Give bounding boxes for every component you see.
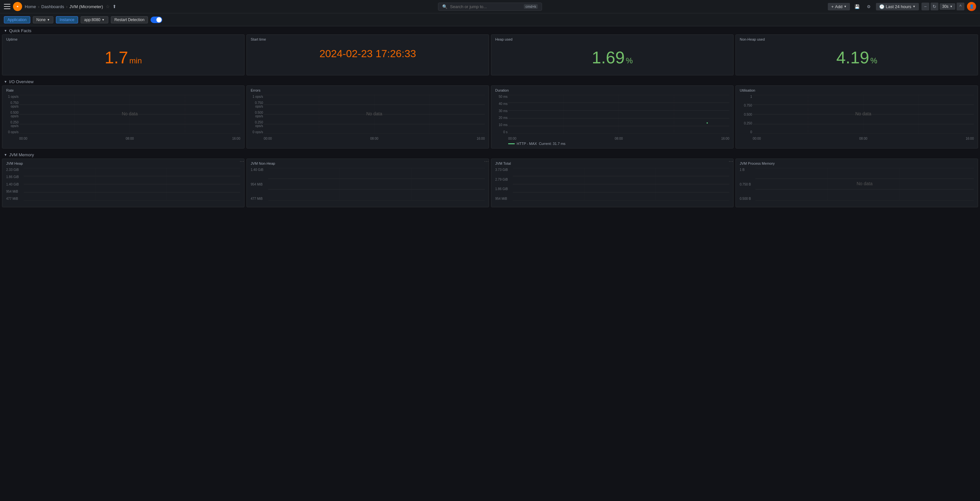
jvm-total-title: JVM Total — [495, 162, 729, 165]
utilisation-chart-grid: No data — [753, 95, 974, 134]
breadcrumb: Home › Dashboards › JVM (Micrometer) — [25, 4, 103, 9]
rate-no-data: No data — [122, 111, 138, 116]
io-overview-arrow: ▼ — [4, 80, 7, 84]
io-overview-grid: Rate 1 ops/s 0.750 ops/s 0.500 ops/s 0.2… — [0, 86, 980, 151]
refresh-rate-select[interactable]: 30s ▼ — [940, 3, 955, 10]
refresh-rate-label: 30s — [942, 4, 948, 9]
heap-used-number: 1.69 — [592, 48, 625, 67]
save-icon[interactable]: 💾 — [853, 2, 862, 11]
start-time-text: 2024-02-23 17:26:33 — [319, 48, 416, 59]
svg-point-26 — [706, 122, 708, 124]
duration-legend-current: Current: 31.7 ms — [539, 142, 565, 146]
add-label: Add — [835, 4, 842, 9]
utilisation-x-labels: 00:00 08:00 16:00 — [753, 137, 974, 140]
add-button[interactable]: + Add ▼ — [828, 3, 850, 10]
errors-chart-grid: No data — [264, 95, 485, 134]
uptime-panel: Uptime 1.7 min — [2, 35, 245, 75]
instance-label: Instance — [59, 17, 74, 22]
jvm-non-heap-panel: JVM Non-Heap ⋯ 1.40 GiB 954 MiB 477 MiB — [247, 159, 489, 207]
star-icon[interactable]: ☆ — [106, 4, 110, 9]
duration-title: Duration — [495, 88, 729, 92]
quick-facts-title: Quick Facts — [9, 28, 32, 33]
settings-icon[interactable]: ⚙ — [864, 2, 873, 11]
clock-icon: 🕐 — [879, 4, 885, 9]
nav-right: + Add ▼ 💾 ⚙ 🕐 Last 24 hours ▼ − ↻ 30s ▼ … — [652, 2, 976, 11]
refresh-button[interactable]: ↻ — [931, 3, 939, 10]
quick-facts-grid: Uptime 1.7 min Start time 2024-02-23 17:… — [0, 35, 980, 77]
duration-chart-grid — [508, 95, 729, 134]
application-label: Application — [8, 17, 27, 22]
utilisation-no-data: No data — [855, 111, 871, 116]
non-heap-used-unit: % — [870, 56, 877, 65]
search-icon: 🔍 — [442, 4, 447, 9]
jvm-heap-title: JVM Heap — [6, 162, 240, 165]
errors-no-data: No data — [366, 111, 382, 116]
non-heap-used-value: 4.19 % — [740, 43, 974, 73]
menu-icon[interactable] — [4, 3, 10, 10]
io-overview-title: I/O Overview — [9, 79, 33, 84]
user-avatar[interactable]: 👤 — [967, 2, 976, 11]
application-value-dropdown[interactable]: None ▼ — [33, 16, 54, 24]
io-overview-header[interactable]: ▼ I/O Overview — [0, 77, 980, 86]
jvm-heap-panel: JVM Heap ⋯ 2.33 GiB 1.86 GiB 1.40 GiB 95… — [2, 159, 245, 207]
heap-used-panel: Heap used 1.69 % — [491, 35, 733, 75]
instance-filter[interactable]: Instance — [56, 16, 78, 24]
non-heap-used-number: 4.19 — [836, 48, 869, 67]
time-range-picker[interactable]: 🕐 Last 24 hours ▼ — [876, 3, 919, 10]
utilisation-chart: 1 0.750 0.500 0.250 0 No data — [740, 95, 974, 140]
uptime-title: Uptime — [6, 37, 240, 41]
instance-value: app:8080 — [84, 17, 100, 22]
utilisation-panel: Utilisation 1 0.750 0.500 0.250 0 — [735, 86, 978, 149]
search-shortcut: cmd+k — [524, 4, 538, 9]
zoom-in-button[interactable]: ^ — [956, 3, 964, 10]
jvm-total-panel: JVM Total ⋯ 3.73 GiB 2.79 GiB 1.86 GiB 9… — [491, 159, 733, 207]
duration-chart: 50 ms 40 ms 30 ms 20 ms 10 ms 0 s — [495, 95, 729, 140]
top-nav: Home › Dashboards › JVM (Micrometer) ☆ ⬆… — [0, 0, 980, 13]
share-icon[interactable]: ⬆ — [113, 4, 116, 9]
rate-title: Rate — [6, 88, 240, 92]
utilisation-y-labels: 1 0.750 0.500 0.250 0 — [740, 95, 752, 134]
heap-used-value: 1.69 % — [495, 43, 729, 73]
duration-x-labels: 00:00 08:00 16:00 — [508, 137, 729, 140]
zoom-out-button[interactable]: − — [921, 3, 929, 10]
application-filter[interactable]: Application — [4, 16, 30, 24]
restart-detection-button[interactable]: Restart Detection — [111, 16, 148, 24]
search-input[interactable] — [450, 4, 521, 9]
restart-detection-toggle[interactable] — [151, 17, 162, 23]
uptime-number: 1.7 — [105, 48, 128, 67]
jvm-non-heap-menu[interactable]: ⋯ — [484, 159, 489, 164]
instance-chevron: ▼ — [102, 18, 105, 21]
jvm-process-memory-panel: JVM Process Memory 1 B 0.750 B 0.500 B — [735, 159, 978, 207]
heap-used-unit: % — [626, 56, 633, 65]
rate-panel: Rate 1 ops/s 0.750 ops/s 0.500 ops/s 0.2… — [2, 86, 245, 149]
add-icon: + — [831, 4, 834, 9]
toolbar: Application None ▼ Instance app:8080 ▼ R… — [0, 13, 980, 26]
errors-panel: Errors 1 ops/s 0.750 ops/s 0.500 ops/s 0… — [247, 86, 489, 149]
toggle-knob — [156, 17, 162, 22]
instance-value-dropdown[interactable]: app:8080 ▼ — [81, 16, 108, 24]
jvm-process-memory-title: JVM Process Memory — [740, 162, 974, 165]
jvm-memory-title: JVM Memory — [9, 152, 34, 157]
add-chevron: ▼ — [844, 5, 847, 8]
duration-legend: HTTP - MAX Current: 31.7 ms — [495, 142, 729, 146]
application-value: None — [37, 17, 46, 22]
uptime-value: 1.7 min — [6, 43, 240, 73]
non-heap-used-title: Non-Heap used — [740, 37, 974, 41]
errors-y-labels: 1 ops/s 0.750 ops/s 0.500 ops/s 0.250 op… — [251, 95, 263, 134]
duration-panel: Duration 50 ms 40 ms 30 ms 20 ms 10 ms 0… — [491, 86, 733, 149]
jvm-process-memory-chart: 1 B 0.750 B 0.500 B No data — [740, 168, 974, 200]
jvm-non-heap-title: JVM Non-Heap — [251, 162, 485, 165]
search-bar[interactable]: 🔍 cmd+k — [438, 3, 542, 11]
jvm-heap-chart: 2.33 GiB 1.86 GiB 1.40 GiB 954 MiB 477 M… — [6, 168, 240, 200]
rate-x-labels: 00:00 08:00 16:00 — [19, 137, 240, 140]
start-time-panel: Start time 2024-02-23 17:26:33 — [247, 35, 489, 75]
breadcrumb-dashboards[interactable]: Dashboards — [41, 4, 64, 9]
jvm-memory-header[interactable]: ▼ JVM Memory — [0, 151, 980, 159]
jvm-heap-menu[interactable]: ⋯ — [240, 159, 244, 164]
jvm-total-menu[interactable]: ⋯ — [729, 159, 733, 164]
quick-facts-header[interactable]: ▼ Quick Facts — [0, 26, 980, 35]
breadcrumb-home[interactable]: Home — [25, 4, 36, 9]
breadcrumb-current: JVM (Micrometer) — [69, 4, 103, 9]
rate-chart: 1 ops/s 0.750 ops/s 0.500 ops/s 0.250 op… — [6, 95, 240, 140]
jvm-total-svg — [513, 168, 729, 200]
